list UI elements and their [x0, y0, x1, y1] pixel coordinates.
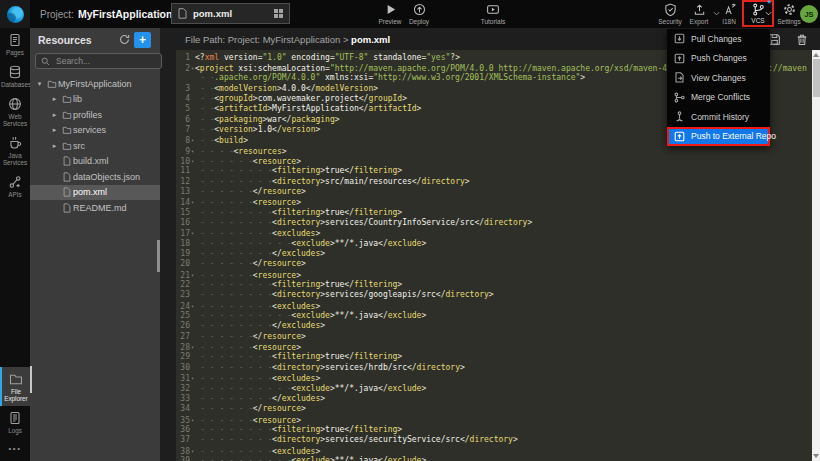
merge-icon [674, 92, 685, 103]
refresh-icon [119, 34, 130, 45]
file-icon [60, 203, 73, 213]
export-button[interactable]: Export [684, 3, 714, 25]
user-avatar[interactable]: JS [800, 5, 818, 23]
sidebar-item-pages[interactable]: Pages [0, 28, 30, 60]
code-line-13: 13 </resource> [176, 187, 812, 197]
project-label: Project: [40, 9, 74, 20]
tree-collapsed-arrow-icon: ▸ [49, 126, 60, 134]
tree-item-myfirstapplication[interactable]: ▾ MyFirstApplication [30, 76, 160, 92]
scroll-up-arrow[interactable] [813, 53, 819, 57]
i18n-button[interactable]: I18N [714, 3, 744, 25]
sidebar-item-java-services[interactable]: Java Services [0, 131, 30, 170]
export-label: Export [690, 18, 709, 25]
code-line-39: 39 <exclude>**/*.java</exclude> [176, 456, 812, 461]
video-icon [486, 3, 500, 16]
code-line-28: 28▾ <resource> [176, 342, 812, 352]
deploy-icon [413, 3, 426, 16]
tree-item-pom-xml[interactable]: pom.xml [30, 185, 160, 201]
code-line-14: 14▾ <resource> [176, 197, 812, 207]
refresh-button[interactable] [119, 34, 130, 45]
tree-item-services[interactable]: ▸ services [30, 123, 160, 139]
menu-item-pull-changes[interactable]: Pull Changes [667, 29, 770, 49]
folder-icon [60, 141, 73, 151]
resources-title: Resources [38, 34, 92, 46]
sidebar-item-label: Java Services [1, 152, 29, 166]
code-line-30: 30 <directory>services/hrdb/src</directo… [176, 363, 812, 373]
add-resource-button[interactable]: + [134, 32, 151, 48]
sidebar-item-file-explorer[interactable]: File Explorer [0, 367, 30, 406]
scrollbar-thumb[interactable] [813, 59, 820, 97]
code-line-18: 18 <exclude>**/*.java</exclude> [176, 239, 812, 249]
menu-item-push-changes[interactable]: Push Changes [667, 49, 770, 69]
code-line-26: 26 </excludes> [176, 321, 812, 331]
tree-item-lib[interactable]: ▸ lib [30, 92, 160, 108]
trash-icon [796, 33, 808, 46]
code-line-12: 12 <directory>src/main/resources</direct… [176, 177, 812, 187]
project-breadcrumb: Project: MyFirstApplication [40, 0, 172, 28]
tree-item-build-xml[interactable]: build.xml [30, 154, 160, 170]
menu-item-label: View Changes [691, 73, 746, 83]
menu-item-commit-history[interactable]: Commit History [667, 107, 770, 127]
vcs-button[interactable]: VCS * [742, 0, 774, 27]
view-icon [674, 72, 685, 83]
tab-pom-xml[interactable]: pom.xml [171, 3, 290, 24]
top-bar: Project: MyFirstApplication › pom.xml Pr… [0, 0, 820, 28]
code-line-25: 25 <exclude>**/*.java</exclude> [176, 311, 812, 321]
shield-icon [664, 3, 677, 16]
code-line-34: 34 </resource> [176, 404, 812, 414]
sidebar-item-apis[interactable]: APIs [0, 170, 30, 202]
file-icon [60, 187, 73, 197]
resources-scrollbar-thumb[interactable] [157, 240, 160, 272]
code-line-16: 16 <directory>services/CountryInfoServic… [176, 218, 812, 228]
tree-item-label: pom.xml [73, 187, 107, 197]
tree-collapsed-arrow-icon: ▸ [49, 111, 60, 119]
tree-item-profiles[interactable]: ▸ profiles [30, 107, 160, 123]
code-line-33: 33 </excludes> [176, 394, 812, 404]
panel-resize-handle[interactable] [30, 366, 32, 393]
security-button[interactable]: Security [655, 3, 685, 25]
pages-icon [8, 33, 22, 47]
preview-button[interactable]: Preview [375, 3, 405, 25]
tree-item-src[interactable]: ▸ src [30, 138, 160, 154]
scroll-down-arrow[interactable] [813, 454, 819, 458]
file-tree: ▾ MyFirstApplication ▸ lib ▸ profiles [30, 76, 160, 216]
search-input[interactable] [54, 55, 156, 67]
tutorials-button[interactable]: Tutorials [478, 3, 508, 25]
folder-icon [60, 94, 73, 104]
menu-item-merge-conflicts[interactable]: Merge Conflicts [667, 88, 770, 108]
delete-button[interactable] [796, 33, 808, 46]
git-branch-icon [752, 3, 765, 16]
tab-label: pom.xml [193, 8, 268, 19]
code-line-21: 21▾ <resource> [176, 270, 812, 280]
tree-item-label: profiles [73, 110, 102, 120]
resources-panel: Resources + ▾ MyFirstApplication ▸ [30, 28, 160, 461]
tree-item-readme-md[interactable]: README.md [30, 200, 160, 216]
code-line-20: 20 </resource> [176, 259, 812, 269]
sidebar-more-button[interactable]: ••• [0, 438, 30, 461]
menu-item-label: Push Changes [691, 53, 747, 63]
tree-expanded-arrow-icon: ▾ [34, 80, 45, 88]
editor-scrollbar[interactable] [812, 50, 820, 461]
menu-item-label: Merge Conflicts [691, 92, 750, 102]
menu-item-view-changes[interactable]: View Changes [667, 68, 770, 88]
search-box[interactable] [35, 53, 162, 69]
sidebar-item-label: File Explorer [2, 388, 30, 402]
web-icon [8, 97, 22, 111]
code-line-24: 24▾ <excludes> [176, 301, 812, 311]
sidebar-item-web-services[interactable]: Web Services [0, 92, 30, 131]
deploy-button[interactable]: Deploy [404, 3, 434, 25]
sidebar-item-label: Databases [1, 81, 29, 88]
wavemaker-logo[interactable] [0, 0, 30, 28]
tree-item-label: build.xml [73, 156, 109, 166]
preview-label: Preview [378, 18, 401, 25]
grid-view-icon[interactable] [274, 9, 283, 18]
chevron-right-icon: › [157, 7, 161, 19]
security-label: Security [658, 18, 681, 25]
sidebar-item-logs[interactable]: Logs [0, 406, 30, 438]
tree-item-dataobjects-json[interactable]: dataObjects.json [30, 169, 160, 185]
menu-item-push-to-external-repo[interactable]: Push to External Repo [667, 127, 770, 147]
folder-icon [9, 372, 23, 386]
sidebar-item-databases[interactable]: Databases [0, 60, 30, 92]
code-line-17: 17▾ <excludes> [176, 228, 812, 238]
vcs-dropdown-menu: Pull Changes Push Changes View Changes M… [667, 29, 770, 146]
